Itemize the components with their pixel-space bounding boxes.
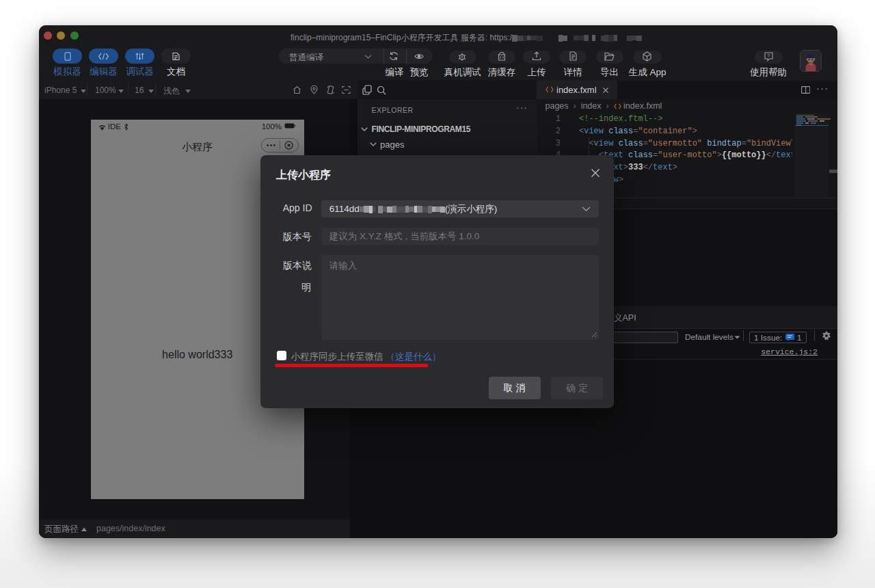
svg-text:?: ? — [767, 53, 770, 59]
